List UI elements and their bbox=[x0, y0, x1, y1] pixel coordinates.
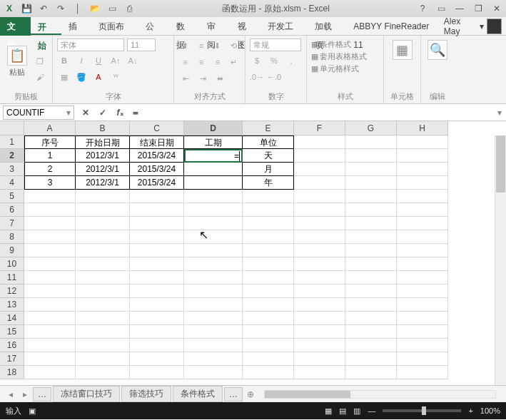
cell-E15[interactable] bbox=[243, 325, 294, 339]
font-color-icon[interactable]: A bbox=[91, 70, 106, 84]
cell-H1[interactable] bbox=[397, 135, 448, 149]
close-icon[interactable]: ✕ bbox=[490, 2, 503, 15]
save-icon[interactable]: 💾 bbox=[20, 2, 33, 15]
cell-C5[interactable] bbox=[130, 190, 184, 203]
cell-A1[interactable]: 序号 bbox=[24, 135, 76, 149]
new-sheet-icon[interactable]: ⊕ bbox=[244, 389, 257, 399]
cell-C16[interactable] bbox=[130, 339, 184, 352]
row-header-16[interactable]: 16 bbox=[0, 339, 24, 352]
redo-icon[interactable]: ↷ bbox=[54, 2, 67, 15]
cell-E6[interactable] bbox=[243, 203, 294, 217]
cell-C14[interactable] bbox=[130, 312, 184, 325]
cell-F13[interactable] bbox=[294, 298, 345, 312]
tab-file[interactable]: 文件 bbox=[0, 17, 31, 36]
cell-B16[interactable] bbox=[76, 339, 130, 352]
cell-G2[interactable] bbox=[345, 149, 397, 163]
zoom-out-icon[interactable]: — bbox=[368, 406, 375, 415]
tab-nav-prev-icon[interactable]: ◂ bbox=[4, 389, 17, 399]
cell-E10[interactable] bbox=[243, 257, 294, 271]
cell-A7[interactable] bbox=[24, 217, 76, 230]
expand-formula-icon[interactable]: ▾ bbox=[493, 108, 506, 118]
cell-B6[interactable] bbox=[76, 203, 130, 217]
cut-icon[interactable]: ✂ bbox=[33, 39, 47, 53]
cell-D4[interactable] bbox=[184, 176, 243, 190]
view-pagebreak-icon[interactable]: ▥ bbox=[353, 406, 360, 416]
row-header-18[interactable]: 18 bbox=[0, 366, 24, 379]
cell-D13[interactable] bbox=[184, 298, 243, 312]
cell-E3[interactable]: 月 bbox=[243, 163, 294, 176]
tab-插入[interactable]: 插入 bbox=[61, 17, 92, 36]
cell-C4[interactable]: 2015/3/24 bbox=[130, 176, 184, 190]
undo-icon[interactable]: ↶ bbox=[37, 2, 50, 15]
row-header-3[interactable]: 3 bbox=[0, 163, 24, 176]
bold-button[interactable]: B bbox=[57, 53, 71, 68]
print-icon[interactable]: ⎙ bbox=[123, 2, 136, 15]
decrease-decimal-icon[interactable]: ←.0 bbox=[267, 70, 281, 84]
align-center-icon[interactable]: ≡ bbox=[195, 55, 208, 69]
sheet-tab-条件格式[interactable]: 条件格式 bbox=[173, 386, 223, 402]
open-icon[interactable]: 📂 bbox=[88, 2, 101, 15]
cell-F15[interactable] bbox=[294, 325, 345, 339]
cell-A14[interactable] bbox=[24, 312, 76, 325]
cell-D2[interactable]: = bbox=[184, 149, 243, 163]
vertical-scrollbar[interactable] bbox=[495, 135, 506, 385]
cell-B4[interactable]: 2012/3/1 bbox=[76, 176, 130, 190]
cell-D8[interactable] bbox=[184, 230, 243, 244]
decrease-font-icon[interactable]: A↓ bbox=[126, 53, 140, 68]
font-name-select[interactable]: 宋体 bbox=[57, 39, 124, 51]
cell-E5[interactable] bbox=[243, 190, 294, 203]
cell-A12[interactable] bbox=[24, 285, 76, 298]
view-normal-icon[interactable]: ▦ bbox=[325, 406, 332, 416]
cell-A5[interactable] bbox=[24, 190, 76, 203]
cell-D3[interactable] bbox=[184, 163, 243, 176]
cell-F12[interactable] bbox=[294, 285, 345, 298]
cell-A16[interactable] bbox=[24, 339, 76, 352]
row-header-12[interactable]: 12 bbox=[0, 285, 24, 298]
cell-C15[interactable] bbox=[130, 325, 184, 339]
copy-icon[interactable]: ❐ bbox=[33, 54, 47, 68]
cell-G10[interactable] bbox=[345, 257, 397, 271]
horizontal-scrollbar[interactable] bbox=[264, 390, 496, 399]
comma-icon[interactable]: , bbox=[284, 53, 298, 68]
cell-H9[interactable] bbox=[397, 244, 448, 257]
tab-more-right[interactable]: … bbox=[224, 387, 243, 401]
cell-G15[interactable] bbox=[345, 325, 397, 339]
cell-C10[interactable] bbox=[130, 257, 184, 271]
cell-F6[interactable] bbox=[294, 203, 345, 217]
cell-B10[interactable] bbox=[76, 257, 130, 271]
cell-F7[interactable] bbox=[294, 217, 345, 230]
cell-F18[interactable] bbox=[294, 366, 345, 379]
align-top-icon[interactable]: ⬆ bbox=[178, 39, 192, 53]
cell-B11[interactable] bbox=[76, 271, 130, 285]
row-header-9[interactable]: 9 bbox=[0, 244, 24, 257]
cell-C17[interactable] bbox=[130, 352, 184, 366]
cell-F9[interactable] bbox=[294, 244, 345, 257]
cell-D7[interactable] bbox=[184, 217, 243, 230]
sheet-tab-冻结窗口技巧[interactable]: 冻结窗口技巧 bbox=[53, 386, 120, 402]
cell-B17[interactable] bbox=[76, 352, 130, 366]
cell-C11[interactable] bbox=[130, 271, 184, 285]
enter-formula-icon[interactable]: ✓ bbox=[94, 106, 111, 120]
cell-C8[interactable] bbox=[130, 230, 184, 244]
cell-H7[interactable] bbox=[397, 217, 448, 230]
ribbon-options-icon[interactable]: ▭ bbox=[435, 2, 447, 15]
spreadsheet-grid[interactable]: ABCDEFGH 123456789101112131415161718 ↖ 序… bbox=[0, 121, 506, 385]
cell-G9[interactable] bbox=[345, 244, 397, 257]
row-header-1[interactable]: 1 bbox=[0, 135, 24, 149]
conditional-format-button[interactable]: ▦ 条件格式 bbox=[311, 39, 379, 51]
tab-数据[interactable]: 数据 bbox=[169, 17, 200, 36]
cell-H3[interactable] bbox=[397, 163, 448, 176]
cell-D16[interactable] bbox=[184, 339, 243, 352]
cells-area[interactable]: ↖ 序号开始日期结束日期工期单位12012/3/12015/3/24=天2201… bbox=[24, 135, 506, 385]
decrease-indent-icon[interactable]: ⇤ bbox=[178, 71, 193, 86]
tab-more-left[interactable]: … bbox=[33, 387, 51, 401]
cell-H14[interactable] bbox=[397, 312, 448, 325]
help-icon[interactable]: ? bbox=[416, 2, 429, 15]
formula-input[interactable] bbox=[128, 106, 493, 120]
row-header-11[interactable]: 11 bbox=[0, 271, 24, 285]
cell-A18[interactable] bbox=[24, 366, 76, 379]
restore-icon[interactable]: ❐ bbox=[472, 2, 485, 15]
cell-H2[interactable] bbox=[397, 149, 448, 163]
cell-E2[interactable]: 天 bbox=[243, 149, 294, 163]
cell-D15[interactable] bbox=[184, 325, 243, 339]
